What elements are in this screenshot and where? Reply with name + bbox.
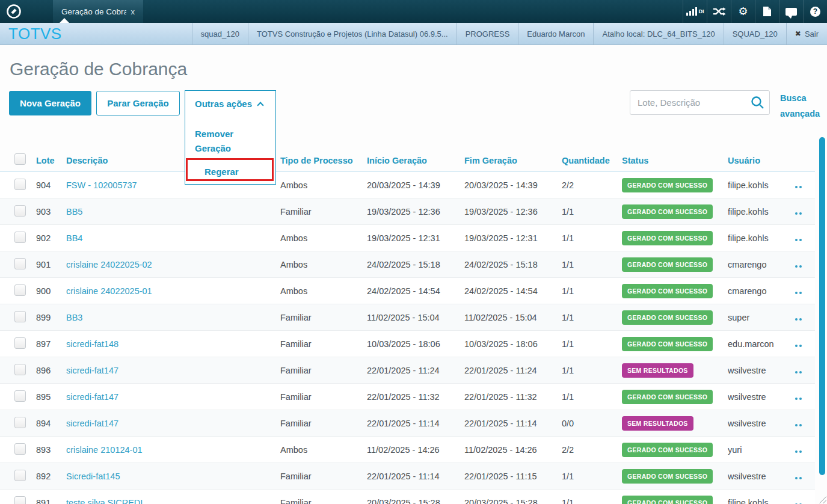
- outras-acoes-dropdown: Outras ações Remover Geração Regerar: [185, 90, 276, 185]
- select-all-checkbox[interactable]: [14, 153, 26, 165]
- descricao-link[interactable]: crislaine 24022025-02: [66, 260, 152, 269]
- busca-avancada-link[interactable]: Busca avançada: [780, 90, 823, 121]
- lote-value: 897: [36, 339, 66, 349]
- col-inicio-geracao[interactable]: Início Geração: [367, 156, 464, 165]
- row-checkbox[interactable]: [14, 417, 26, 428]
- row-checkbox[interactable]: [14, 496, 26, 504]
- search-input[interactable]: [630, 90, 770, 115]
- tipo-processo-value: Ambos: [280, 445, 367, 455]
- row-checkbox[interactable]: [14, 205, 26, 217]
- settings-button[interactable]: ⚙: [731, 0, 755, 23]
- row-checkbox[interactable]: [14, 258, 26, 269]
- status-badge: GERADO COM SUCESSO: [622, 231, 713, 245]
- resize-handle-icon[interactable]: [819, 496, 826, 503]
- row-actions-button[interactable]: [795, 419, 803, 428]
- usuario-value: wsilvestre: [728, 392, 795, 402]
- descricao-link[interactable]: BB3: [66, 313, 82, 322]
- row-checkbox[interactable]: [14, 179, 26, 190]
- ellipsis-icon: [795, 345, 798, 347]
- descricao-link[interactable]: sicredi-fat147: [66, 419, 118, 428]
- scrollbar-thumb[interactable]: [819, 137, 825, 475]
- lote-value: 904: [36, 180, 66, 190]
- usuario-value: filipe.kohls: [728, 498, 795, 504]
- row-actions-button[interactable]: [795, 233, 803, 243]
- row-checkbox[interactable]: [14, 311, 26, 322]
- tab-close-icon[interactable]: x: [131, 7, 135, 16]
- descricao-link[interactable]: BB4: [66, 233, 82, 243]
- logout-button[interactable]: ✖ Sair: [786, 23, 827, 45]
- bar-chart-icon: [686, 7, 697, 16]
- descricao-link[interactable]: crislaine 24022025-01: [66, 286, 152, 296]
- tipo-processo-value: Ambos: [280, 180, 367, 190]
- inicio-geracao-value: 19/03/2025 - 12:36: [367, 207, 464, 217]
- lote-value: 891: [36, 498, 66, 504]
- shuffle-button[interactable]: [707, 0, 731, 23]
- col-lote[interactable]: Lote: [36, 156, 66, 165]
- col-fim-geracao[interactable]: Fim Geração: [464, 156, 562, 165]
- table-row: 901 crislaine 24022025-02 Ambos 24/02/20…: [0, 251, 815, 278]
- col-tipo-processo[interactable]: Tipo de Processo: [280, 156, 367, 165]
- row-actions-button[interactable]: [795, 286, 803, 296]
- row-checkbox[interactable]: [14, 337, 26, 349]
- row-checkbox[interactable]: [14, 364, 26, 375]
- chat-button[interactable]: [779, 0, 803, 23]
- descricao-link[interactable]: Sicredi-fat145: [66, 472, 120, 481]
- descricao-link[interactable]: sicredi-fat147: [66, 366, 118, 375]
- parar-geracao-button[interactable]: Parar Geração: [96, 91, 180, 115]
- row-actions-button[interactable]: [795, 498, 803, 504]
- row-actions-button[interactable]: [795, 445, 803, 455]
- row-actions-button[interactable]: [795, 392, 803, 402]
- lote-value: 901: [36, 260, 66, 269]
- row-checkbox[interactable]: [14, 232, 26, 243]
- fim-geracao-value: 22/01/2025 - 11:14: [464, 419, 562, 428]
- descricao-link[interactable]: teste silva SICREDI: [66, 498, 143, 504]
- document-button[interactable]: [755, 0, 779, 23]
- menu-item-regerar[interactable]: Regerar: [195, 165, 239, 179]
- row-actions-button[interactable]: [795, 260, 803, 269]
- lote-value: 900: [36, 286, 66, 296]
- row-checkbox[interactable]: [14, 284, 26, 296]
- row-actions-button[interactable]: [795, 313, 803, 322]
- descricao-link[interactable]: BB5: [66, 207, 82, 217]
- row-checkbox[interactable]: [14, 470, 26, 481]
- fim-geracao-value: 19/03/2025 - 12:31: [464, 233, 562, 243]
- metrics-di-button[interactable]: DI: [683, 0, 707, 23]
- descricao-link[interactable]: sicredi-fat147: [66, 392, 118, 402]
- quantidade-value: 1/1: [562, 313, 622, 322]
- row-actions-button[interactable]: [795, 472, 803, 481]
- totvs-logo-icon[interactable]: [5, 4, 22, 20]
- descricao-link[interactable]: crislaine 210124-01: [66, 445, 143, 455]
- status-badge: GERADO COM SUCESSO: [622, 204, 713, 219]
- page-title: Geração de Cobrança: [10, 59, 187, 79]
- help-icon: ?: [810, 7, 820, 17]
- row-actions-button[interactable]: [795, 180, 803, 190]
- row-actions-button[interactable]: [795, 366, 803, 375]
- col-quantidade[interactable]: Quantidade: [562, 156, 622, 165]
- quantidade-value: 1/1: [562, 392, 622, 402]
- table-row: 894 sicredi-fat147 Familiar 22/01/2025 -…: [0, 410, 815, 437]
- inicio-geracao-value: 20/03/2025 - 15:28: [367, 498, 464, 504]
- descricao-link[interactable]: FSW - 102005737: [66, 180, 137, 190]
- tipo-processo-value: Familiar: [280, 419, 367, 428]
- row-actions-button[interactable]: [795, 207, 803, 217]
- file-icon: [763, 6, 772, 17]
- nova-geracao-button[interactable]: Nova Geração: [9, 91, 91, 115]
- outras-acoes-button[interactable]: Outras ações: [185, 91, 275, 109]
- descricao-link[interactable]: sicredi-fat148: [66, 339, 118, 349]
- tipo-processo-value: Ambos: [280, 233, 367, 243]
- row-actions-button[interactable]: [795, 339, 803, 349]
- row-checkbox[interactable]: [14, 443, 26, 455]
- col-usuario[interactable]: Usuário: [728, 156, 795, 165]
- ellipsis-icon: [795, 398, 798, 400]
- col-status[interactable]: Status: [622, 156, 728, 165]
- chevron-up-icon: [257, 102, 263, 108]
- table-header: Lote Descrição Tipo de Processo Início G…: [0, 149, 815, 172]
- fim-geracao-value: 11/02/2025 - 15:04: [464, 313, 562, 322]
- help-button[interactable]: ?: [803, 0, 827, 23]
- menu-item-remover-geracao[interactable]: Remover Geração: [185, 127, 251, 156]
- row-checkbox[interactable]: [14, 390, 26, 402]
- ellipsis-icon: [795, 186, 798, 188]
- chat-icon: [785, 8, 797, 16]
- ellipsis-icon: [795, 212, 798, 215]
- lote-value: 895: [36, 392, 66, 402]
